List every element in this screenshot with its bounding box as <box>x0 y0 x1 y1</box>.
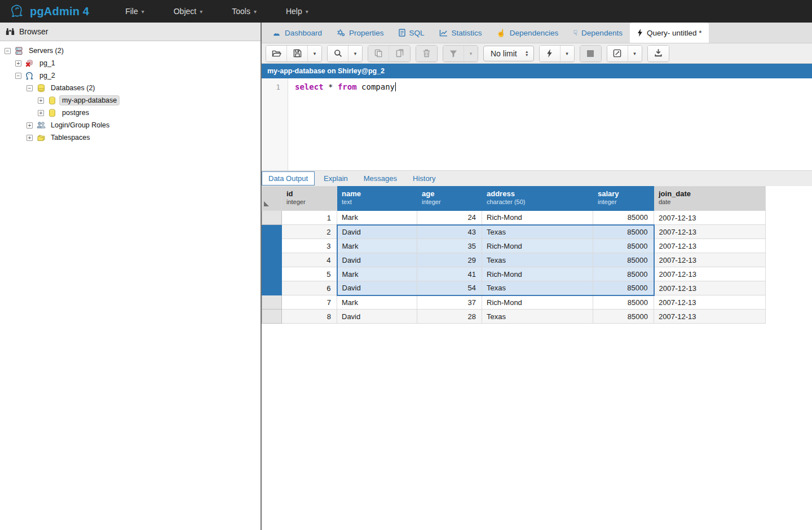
tab-history[interactable]: History <box>406 172 442 185</box>
cell-address[interactable]: Texas <box>482 225 593 239</box>
collapse-icon[interactable]: − <box>15 73 21 79</box>
collapse-icon[interactable]: − <box>27 85 33 91</box>
tree-item-postgres[interactable]: + postgres <box>0 107 261 119</box>
cell-name[interactable]: Mark <box>337 239 417 253</box>
cell-id[interactable]: 5 <box>282 267 337 281</box>
cell-join-date[interactable]: 2007-12-13 <box>654 225 766 239</box>
cell-id[interactable]: 6 <box>282 281 337 295</box>
execute-options-dropdown-button[interactable]: ▾ <box>561 46 574 61</box>
cell-name[interactable]: David <box>337 253 417 267</box>
cell-age[interactable]: 41 <box>417 267 482 281</box>
find-options-dropdown-button[interactable]: ▾ <box>348 46 362 61</box>
menu-file[interactable]: File ▾ <box>117 0 152 23</box>
cell-salary[interactable]: 85000 <box>593 253 654 267</box>
sql-editor[interactable]: 1 select * from company <box>262 78 812 170</box>
open-file-button[interactable] <box>266 46 287 61</box>
cell-address[interactable]: Rich-Mond <box>482 211 593 225</box>
column-header-age[interactable]: age integer <box>417 187 482 211</box>
cell-join-date[interactable]: 2007-12-13 <box>654 281 766 295</box>
find-button[interactable] <box>328 46 348 61</box>
column-header-salary[interactable]: salary integer <box>593 187 654 211</box>
tree-item-my-app-database[interactable]: + my-app-database <box>0 94 261 107</box>
cell-address[interactable]: Texas <box>482 253 593 267</box>
menu-tools[interactable]: Tools ▾ <box>224 0 264 23</box>
cell-address[interactable]: Texas <box>482 281 593 295</box>
cell-age[interactable]: 35 <box>417 239 482 253</box>
cell-id[interactable]: 4 <box>282 253 337 267</box>
execute-query-button[interactable] <box>540 46 561 61</box>
row-selector[interactable] <box>262 239 282 253</box>
cell-salary[interactable]: 85000 <box>593 225 654 239</box>
cell-salary[interactable]: 85000 <box>593 267 654 281</box>
tab-messages[interactable]: Messages <box>357 172 404 185</box>
tree-item-pg-2[interactable]: − pg_2 <box>0 69 261 82</box>
row-selector[interactable] <box>262 267 282 281</box>
cell-id[interactable]: 2 <box>282 225 337 239</box>
row-selector[interactable] <box>262 295 282 310</box>
cell-join-date[interactable]: 2007-12-13 <box>654 211 766 225</box>
cell-salary[interactable]: 85000 <box>593 211 654 225</box>
cell-id[interactable]: 1 <box>282 211 337 225</box>
edit-options-dropdown-button[interactable]: ▾ <box>628 46 642 61</box>
editor-code-area[interactable]: select * from company <box>288 78 812 170</box>
cell-name[interactable]: David <box>337 281 417 295</box>
cell-address[interactable]: Rich-Mond <box>482 239 593 253</box>
expand-icon[interactable]: + <box>38 98 44 104</box>
cell-name[interactable]: Mark <box>337 211 417 225</box>
tab-statistics[interactable]: Statistics <box>432 23 489 43</box>
menu-object[interactable]: Object ▾ <box>166 0 211 23</box>
row-selector[interactable] <box>262 211 282 225</box>
tree-item-databases[interactable]: − Databases (2) <box>0 82 261 94</box>
row-selector[interactable] <box>262 281 282 295</box>
tab-dashboard[interactable]: Dashboard <box>265 23 329 43</box>
tab-sql[interactable]: SQL <box>391 23 432 43</box>
cell-id[interactable]: 8 <box>282 310 337 324</box>
expand-icon[interactable]: + <box>27 122 33 129</box>
cell-salary[interactable]: 85000 <box>593 281 654 295</box>
download-results-button[interactable] <box>648 46 669 61</box>
cell-salary[interactable]: 85000 <box>593 239 654 253</box>
cell-age[interactable]: 54 <box>417 281 482 295</box>
cell-join-date[interactable]: 2007-12-13 <box>654 239 766 253</box>
expand-icon[interactable]: + <box>27 135 33 141</box>
collapse-icon[interactable]: − <box>5 48 11 54</box>
tree-item-login-group-roles[interactable]: + Login/Group Roles <box>0 119 261 131</box>
tab-query-untitled[interactable]: Query- untitled * <box>630 23 709 43</box>
tree-item-servers[interactable]: − Servers (2) <box>0 45 261 57</box>
cell-address[interactable]: Texas <box>482 310 593 324</box>
row-selector[interactable] <box>262 310 282 324</box>
cell-id[interactable]: 7 <box>282 295 337 310</box>
row-selector[interactable] <box>262 225 282 239</box>
tab-dependents[interactable]: ☟ Dependents <box>566 23 630 43</box>
tab-dependencies[interactable]: ☝ Dependencies <box>489 23 566 43</box>
row-limit-select[interactable]: No limit ▲ ▼ <box>483 46 534 61</box>
tab-explain[interactable]: Explain <box>317 172 355 185</box>
cell-name[interactable]: David <box>337 225 417 239</box>
column-header-join-date[interactable]: join_date date <box>654 187 766 211</box>
cell-join-date[interactable]: 2007-12-13 <box>654 310 766 324</box>
cell-salary[interactable]: 85000 <box>593 310 654 324</box>
column-header-name[interactable]: name text <box>337 187 417 211</box>
cell-name[interactable]: Mark <box>337 295 417 310</box>
save-options-dropdown-button[interactable]: ▾ <box>308 46 321 61</box>
cell-join-date[interactable]: 2007-12-13 <box>654 295 766 310</box>
expand-icon[interactable]: + <box>15 60 21 67</box>
cell-salary[interactable]: 85000 <box>593 295 654 310</box>
column-header-id[interactable]: id integer <box>282 187 337 211</box>
cell-age[interactable]: 28 <box>417 310 482 324</box>
edit-button[interactable] <box>607 46 628 61</box>
select-all-cell[interactable] <box>262 187 282 211</box>
expand-icon[interactable]: + <box>38 110 44 116</box>
cell-age[interactable]: 37 <box>417 295 482 310</box>
cell-name[interactable]: Mark <box>337 267 417 281</box>
cell-age[interactable]: 43 <box>417 225 482 239</box>
cell-age[interactable]: 24 <box>417 211 482 225</box>
tab-properties[interactable]: Properties <box>329 23 391 43</box>
cell-name[interactable]: David <box>337 310 417 324</box>
column-header-address[interactable]: address character (50) <box>482 187 593 211</box>
tree-item-pg-1[interactable]: + pg_1 <box>0 57 261 69</box>
cell-age[interactable]: 29 <box>417 253 482 267</box>
save-button[interactable] <box>287 46 308 61</box>
cell-join-date[interactable]: 2007-12-13 <box>654 253 766 267</box>
tab-data-output[interactable]: Data Output <box>262 171 315 186</box>
